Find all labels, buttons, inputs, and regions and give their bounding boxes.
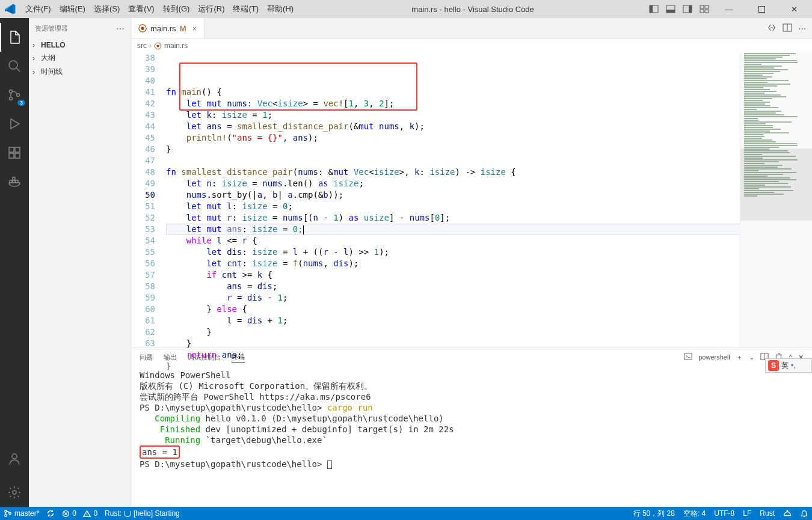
activity-account[interactable] (0, 444, 29, 473)
svg-point-23 (12, 454, 17, 459)
svg-point-11 (9, 61, 17, 69)
menu-select[interactable]: 选择(S) (90, 4, 123, 14)
minimap[interactable] (740, 52, 812, 347)
ime-more-icon[interactable]: •, (791, 361, 796, 370)
svg-point-13 (10, 97, 13, 100)
svg-point-12 (10, 90, 13, 93)
activity-settings[interactable] (0, 478, 29, 507)
status-lang[interactable]: Rust (760, 509, 775, 518)
activity-extensions[interactable] (0, 138, 29, 167)
window-minimize[interactable]: — (716, 0, 742, 18)
window-close[interactable]: ✕ (781, 0, 807, 18)
status-line-col[interactable]: 行 50，列 28 (633, 509, 675, 519)
svg-point-33 (5, 515, 7, 517)
status-bell-icon[interactable] (800, 509, 808, 518)
ime-widget[interactable]: S 英 •, (765, 358, 812, 373)
status-bar: master* 0 0 Rust: [hello] Starting 行 50，… (0, 507, 812, 520)
tab-modified-marker: M (180, 24, 186, 33)
svg-rect-5 (689, 5, 692, 13)
line-gutter: 3839404142434445464748495051525354555657… (131, 52, 166, 347)
svg-rect-22 (13, 177, 15, 180)
activity-scm[interactable]: 3 (0, 81, 29, 109)
code-editor[interactable]: 3839404142434445464748495051525354555657… (131, 52, 812, 347)
svg-rect-6 (700, 5, 704, 8)
status-sync[interactable] (46, 509, 55, 518)
tab-main-rs[interactable]: main.rs M × (131, 18, 205, 38)
status-indent[interactable]: 空格: 4 (683, 509, 706, 519)
menu-edit[interactable]: 编辑(E) (56, 4, 89, 14)
svg-rect-1 (650, 5, 653, 13)
customize-layout-icon[interactable] (699, 4, 710, 14)
sidebar-title: 资源管理器 (35, 24, 68, 33)
menu-file[interactable]: 文件(F) (22, 4, 55, 14)
svg-point-36 (787, 510, 788, 512)
breadcrumb-file[interactable]: main.rs (164, 41, 188, 50)
svg-rect-17 (9, 153, 14, 158)
menu-bar: 文件(F) 编辑(E) 选择(S) 查看(V) 转到(G) 运行(R) 终端(T… (22, 4, 297, 14)
rust-file-icon (154, 42, 162, 50)
sidebar-more-icon[interactable]: ⋯ (116, 24, 125, 34)
scm-badge: 3 (17, 100, 25, 106)
split-editor-icon[interactable] (783, 23, 792, 34)
menu-run[interactable]: 运行(R) (194, 4, 228, 14)
status-rust[interactable]: Rust: [hello] Starting (105, 509, 180, 518)
svg-point-29 (156, 44, 159, 47)
sidebar-explorer: 资源管理器 ⋯ ›HELLO ›大纲 ›时间线 (29, 18, 131, 507)
svg-point-26 (141, 26, 144, 29)
sogou-logo-icon: S (768, 360, 779, 371)
menu-go[interactable]: 转到(G) (159, 4, 194, 14)
breadcrumbs[interactable]: src › main.rs (131, 39, 812, 52)
status-branch[interactable]: master* (4, 509, 39, 518)
svg-rect-18 (15, 153, 20, 158)
svg-rect-10 (758, 6, 764, 12)
menu-help[interactable]: 帮助(H) (263, 4, 297, 14)
layout-left-icon[interactable] (648, 4, 659, 14)
editor-more-icon[interactable]: ⋯ (798, 24, 806, 33)
menu-terminal[interactable]: 终端(T) (229, 4, 262, 14)
svg-rect-9 (705, 10, 709, 13)
panel-tab-problems[interactable]: 问题 (140, 352, 153, 363)
svg-rect-8 (700, 10, 704, 13)
sidebar-section-hello[interactable]: ›HELLO (29, 39, 131, 51)
svg-rect-7 (705, 5, 709, 8)
svg-point-24 (13, 491, 16, 494)
svg-rect-16 (15, 147, 20, 152)
activity-bar: 3 (0, 18, 29, 507)
window-maximize[interactable] (748, 0, 775, 18)
activity-explorer[interactable] (0, 23, 29, 52)
tab-bar: main.rs M × ⋯ (131, 18, 812, 39)
status-encoding[interactable]: UTF-8 (714, 509, 734, 518)
window-title: main.rs - hello - Visual Studio Code (297, 5, 648, 14)
menu-view[interactable]: 查看(V) (125, 4, 158, 14)
status-eol[interactable]: LF (743, 509, 751, 518)
ime-mode-label[interactable]: 英 (781, 361, 789, 371)
sidebar-section-timeline[interactable]: ›时间线 (29, 65, 131, 79)
activity-search[interactable] (0, 52, 29, 81)
editor-area: main.rs M × ⋯ src › main.rs 383940414243… (131, 18, 812, 507)
compare-changes-icon[interactable] (767, 23, 777, 34)
svg-rect-15 (9, 147, 14, 152)
spinner-icon (124, 510, 131, 517)
breadcrumb-src[interactable]: src (137, 41, 147, 50)
code-content[interactable]: fn main() { let mut nums: Vec<isize> = v… (166, 52, 812, 347)
layout-right-icon[interactable] (682, 4, 693, 14)
title-bar: 文件(F) 编辑(E) 选择(S) 查看(V) 转到(G) 运行(R) 终端(T… (0, 0, 812, 18)
activity-debug[interactable] (0, 109, 29, 138)
layout-bottom-icon[interactable] (665, 4, 676, 14)
terminal-output[interactable]: Windows PowerShell版权所有 (C) Microsoft Cor… (131, 366, 812, 507)
svg-rect-3 (666, 10, 675, 13)
tab-filename: main.rs (150, 24, 176, 33)
rust-file-icon (138, 24, 147, 32)
svg-point-32 (5, 510, 7, 513)
panel: 问题 输出 调试控制台 终端 powershell ＋ ⌄ ^ ✕ Window… (131, 347, 812, 507)
vscode-logo-icon (5, 4, 16, 14)
tab-close-icon[interactable]: × (192, 24, 197, 33)
minimap-viewport[interactable] (740, 148, 812, 221)
activity-docker[interactable] (0, 167, 29, 196)
status-problems[interactable]: 0 0 (62, 509, 97, 518)
status-feedback-icon[interactable] (783, 509, 792, 518)
sidebar-section-outline[interactable]: ›大纲 (29, 51, 131, 65)
